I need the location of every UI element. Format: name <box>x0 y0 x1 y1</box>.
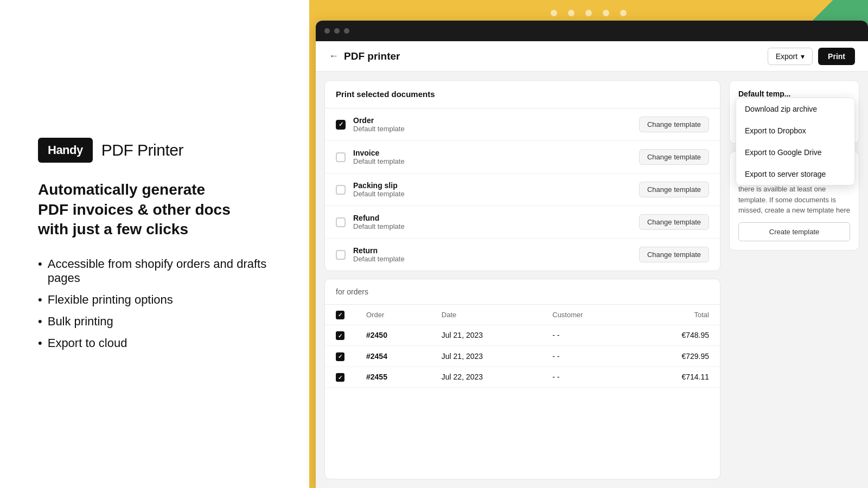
doc-info-return: Return Default template <box>353 246 631 263</box>
bullet-3: Bulk printing <box>38 314 271 329</box>
doc-info-invoice: Invoice Default template <box>353 149 631 165</box>
orders-section-label: for orders <box>336 287 368 296</box>
feature-list: Accessible from shopify orders and draft… <box>38 257 271 350</box>
order-number-2: #2454 <box>355 346 431 367</box>
th-order: Order <box>355 305 431 325</box>
dropdown-item-server[interactable]: Export to server storage <box>736 163 854 185</box>
table-row: #2450 Jul 21, 2023 - - €748.95 <box>325 325 720 346</box>
change-template-order[interactable]: Change template <box>639 117 709 132</box>
order-date-2: Jul 21, 2023 <box>431 346 541 367</box>
doc-name-packing-slip: Packing slip <box>353 181 631 190</box>
th-date: Date <box>431 305 541 325</box>
bullet-4: Export to cloud <box>38 336 271 350</box>
doc-checkbox-return[interactable] <box>336 250 346 260</box>
app-header: ← PDF printer Export ▾ Print <box>316 41 868 72</box>
main-content: Print selected documents Order Default t… <box>316 72 868 488</box>
th-checkbox <box>325 305 355 325</box>
product-name: PDF Printer <box>101 141 183 159</box>
dropdown-item-dropbox[interactable]: Export to Dropbox <box>736 120 854 142</box>
order-number-3: #2455 <box>355 367 431 388</box>
doc-info-packing-slip: Packing slip Default template <box>353 181 631 198</box>
logo-box: Handy <box>38 138 93 163</box>
titlebar-dot-3 <box>344 28 349 34</box>
change-template-refund[interactable]: Change template <box>639 214 709 230</box>
doc-row-return: Return Default template Change template <box>325 239 720 271</box>
doc-row-packing-slip: Packing slip Default template Change tem… <box>325 174 720 206</box>
print-button[interactable]: Print <box>818 48 855 65</box>
doc-checkbox-order[interactable] <box>336 120 346 130</box>
th-total: Total <box>634 305 720 325</box>
orders-card-header: for orders <box>325 279 720 305</box>
doc-template-order: Default template <box>353 125 631 133</box>
bg-dot-1 <box>551 10 557 16</box>
change-template-packing-slip[interactable]: Change template <box>639 182 709 197</box>
order-date-1: Jul 21, 2023 <box>431 325 541 346</box>
row-checkbox-cell-2 <box>325 346 355 367</box>
export-dropdown: Download zip archive Export to Dropbox E… <box>736 98 855 185</box>
doc-template-refund: Default template <box>353 222 631 230</box>
documents-card: Print selected documents Order Default t… <box>324 80 720 271</box>
order-number-1: #2450 <box>355 325 431 346</box>
doc-name-order: Order <box>353 116 631 125</box>
order-customer-2: - - <box>541 346 633 367</box>
back-button[interactable]: ← <box>329 50 339 62</box>
doc-name-return: Return <box>353 246 631 255</box>
th-customer: Customer <box>541 305 633 325</box>
change-template-invoice[interactable]: Change template <box>639 149 709 165</box>
bg-decoration <box>551 10 627 16</box>
titlebar-dot-2 <box>334 28 340 34</box>
doc-row-invoice: Invoice Default template Change template <box>325 141 720 174</box>
order-total-1: €748.95 <box>634 325 720 346</box>
orders-table: Order Date Customer Total # <box>325 305 720 388</box>
doc-checkbox-refund[interactable] <box>336 217 346 227</box>
doc-template-packing-slip: Default template <box>353 190 631 198</box>
dropdown-item-gdrive[interactable]: Export to Google Drive <box>736 142 854 163</box>
dropdown-item-zip[interactable]: Download zip archive <box>736 98 854 120</box>
row-checkbox-3[interactable] <box>336 373 344 382</box>
bg-dot-5 <box>620 10 627 16</box>
doc-template-return: Default template <box>353 255 631 263</box>
row-checkbox-cell-1 <box>325 325 355 346</box>
bullet-2: Flexible printing options <box>38 293 271 307</box>
doc-checkbox-packing-slip[interactable] <box>336 185 346 195</box>
bullet-1: Accessible from shopify orders and draft… <box>38 257 271 285</box>
export-button[interactable]: Export ▾ <box>768 48 813 65</box>
table-row: #2455 Jul 22, 2023 - - €714.11 <box>325 367 720 388</box>
change-template-return[interactable]: Change template <box>639 247 709 262</box>
doc-row-refund: Refund Default template Change template <box>325 206 720 239</box>
bg-dot-4 <box>603 10 609 16</box>
logo-area: Handy PDF Printer <box>38 138 271 163</box>
doc-info-refund: Refund Default template <box>353 214 631 230</box>
header-actions: Export ▾ Print <box>768 48 855 65</box>
right-panel: ← PDF printer Export ▾ Print Print selec… <box>309 0 868 488</box>
left-panel: Handy PDF Printer Automatically generate… <box>0 0 309 488</box>
doc-checkbox-invoice[interactable] <box>336 152 346 162</box>
row-checkbox-2[interactable] <box>336 352 344 361</box>
doc-name-invoice: Invoice <box>353 149 631 157</box>
select-all-checkbox[interactable] <box>336 311 344 319</box>
tagline: Automatically generatePDF invoices & oth… <box>38 180 271 239</box>
orders-card: for orders Order Date Customer To <box>324 279 720 479</box>
bg-dot-3 <box>585 10 592 16</box>
browser-window: ← PDF printer Export ▾ Print Print selec… <box>316 21 868 488</box>
documents-card-title: Print selected documents <box>336 89 435 99</box>
row-checkbox-1[interactable] <box>336 331 344 340</box>
order-total-2: €729.95 <box>634 346 720 367</box>
browser-titlebar <box>316 21 868 41</box>
doc-info-order: Order Default template <box>353 116 631 133</box>
row-checkbox-cell-3 <box>325 367 355 388</box>
order-total-3: €714.11 <box>634 367 720 388</box>
documents-card-header: Print selected documents <box>325 81 720 108</box>
order-customer-1: - - <box>541 325 633 346</box>
page-title: PDF printer <box>344 50 400 62</box>
doc-name-refund: Refund <box>353 214 631 222</box>
create-template-button[interactable]: Create template <box>738 222 850 241</box>
doc-template-invoice: Default template <box>353 157 631 165</box>
header-left: ← PDF printer <box>329 50 400 62</box>
table-row: #2454 Jul 21, 2023 - - €729.95 <box>325 346 720 367</box>
content-left: Print selected documents Order Default t… <box>324 80 720 479</box>
order-date-3: Jul 22, 2023 <box>431 367 541 388</box>
order-customer-3: - - <box>541 367 633 388</box>
default-template-title: Default temp... <box>738 89 850 98</box>
titlebar-dot-1 <box>324 28 330 34</box>
